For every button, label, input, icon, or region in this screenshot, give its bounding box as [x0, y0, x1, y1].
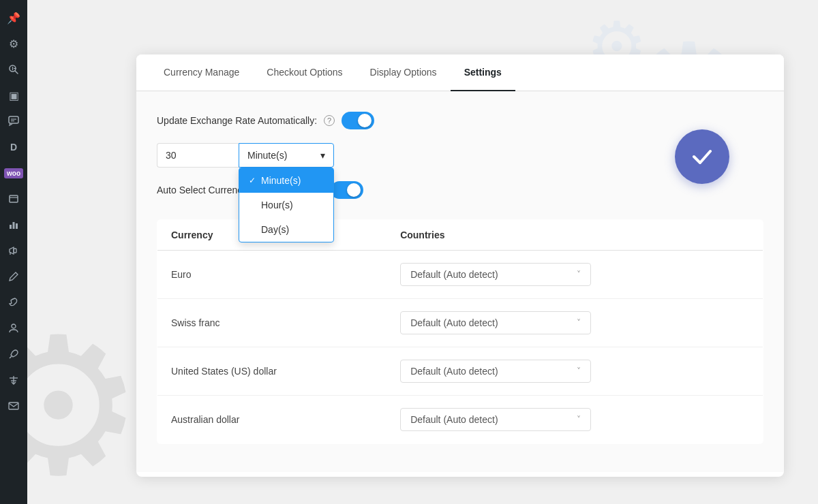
country-select-button[interactable]: Default (Auto detect)˅ [400, 408, 591, 431]
svg-rect-19 [9, 403, 18, 409]
countries-cell: Default (Auto detect)˅ [387, 347, 763, 396]
check-mark-icon: ✓ [249, 176, 256, 185]
auto-select-toggle[interactable] [331, 181, 363, 199]
currency-table: Currency Countries EuroDefault (Auto det… [157, 219, 763, 444]
table-row: Swiss francDefault (Auto detect)˅ [157, 299, 763, 347]
table-row: Australian dollarDefault (Auto detect)˅ [157, 396, 763, 444]
sidebar-pages-icon[interactable] [1, 187, 26, 211]
exchange-rate-label: Update Exchange Rate Automatically: [157, 115, 317, 126]
countries-cell: Default (Auto detect)˅ [387, 251, 763, 299]
currency-cell: Euro [157, 251, 387, 299]
currency-cell: Australian dollar [157, 396, 387, 444]
currency-cell: Swiss franc [157, 299, 387, 347]
svg-point-14 [12, 324, 16, 328]
chevron-down-icon: ▾ [320, 150, 325, 161]
interval-unit-label: Minute(s) [247, 150, 287, 161]
currency-cell: United States (US) dollar [157, 347, 387, 396]
chevron-down-icon: ˅ [577, 318, 581, 328]
sidebar-layers-icon[interactable]: ▣ [1, 83, 26, 108]
dropdown-label-days: Day(s) [261, 224, 289, 235]
tab-bar: Currency Manage Checkout Options Display… [136, 54, 784, 91]
sidebar-pencil-icon[interactable] [1, 264, 26, 289]
interval-unit-button[interactable]: Minute(s) ▾ [239, 143, 334, 168]
check-icon [688, 143, 716, 170]
sidebar-tools-icon[interactable] [1, 290, 26, 315]
sidebar-chart-icon[interactable] [1, 212, 26, 237]
currency-table-body: EuroDefault (Auto detect)˅Swiss francDef… [157, 251, 763, 444]
interval-row: Minute(s) ▾ ✓ Minute(s) ✓ Hour(s) ✓ [157, 143, 763, 168]
sidebar-user-icon[interactable] [1, 316, 26, 341]
interval-select-wrapper: Minute(s) ▾ ✓ Minute(s) ✓ Hour(s) ✓ [239, 143, 334, 168]
svg-rect-7 [10, 195, 18, 202]
col-header-countries: Countries [387, 220, 763, 251]
country-select-label: Default (Auto detect) [410, 317, 498, 328]
chevron-down-icon: ˅ [577, 270, 581, 279]
interval-dropdown: ✓ Minute(s) ✓ Hour(s) ✓ Day(s) [239, 168, 334, 242]
tab-checkout-options[interactable]: Checkout Options [253, 54, 356, 91]
country-select-label: Default (Auto detect) [410, 269, 498, 280]
table-row: EuroDefault (Auto detect)˅ [157, 251, 763, 299]
country-select-button[interactable]: Default (Auto detect)˅ [400, 311, 591, 334]
countries-cell: Default (Auto detect)˅ [387, 299, 763, 347]
chevron-down-icon: ˅ [577, 415, 581, 424]
country-select-label: Default (Auto detect) [410, 366, 498, 377]
svg-line-15 [10, 356, 12, 358]
tab-settings[interactable]: Settings [451, 54, 515, 91]
sidebar-d-icon[interactable]: D [1, 135, 26, 159]
tab-currency-manage[interactable]: Currency Manage [150, 54, 253, 91]
svg-rect-12 [14, 249, 16, 253]
sidebar-woo-icon[interactable]: woo [1, 161, 26, 185]
svg-rect-9 [10, 225, 12, 229]
sidebar-wrench-icon[interactable] [1, 342, 26, 366]
sidebar-pin-icon[interactable]: 📌 [1, 5, 26, 30]
dropdown-item-hours[interactable]: ✓ Hour(s) [239, 193, 333, 217]
svg-rect-10 [13, 222, 15, 229]
sidebar-chat-icon[interactable] [1, 109, 26, 133]
sidebar-filter-icon[interactable] [1, 368, 26, 392]
svg-rect-4 [9, 116, 18, 123]
exchange-rate-row: Update Exchange Rate Automatically: ? [157, 112, 763, 129]
table-row: United States (US) dollarDefault (Auto d… [157, 347, 763, 396]
dropdown-label-hours: Hour(s) [261, 200, 293, 210]
country-select-button[interactable]: Default (Auto detect)˅ [400, 360, 591, 383]
main-panel: Currency Manage Checkout Options Display… [136, 54, 784, 477]
exchange-rate-help-icon[interactable]: ? [324, 115, 335, 126]
country-select-label: Default (Auto detect) [410, 414, 498, 425]
country-select-button[interactable]: Default (Auto detect)˅ [400, 263, 591, 286]
success-check-circle [675, 129, 729, 184]
sidebar-megaphone-icon[interactable] [1, 238, 26, 263]
svg-line-1 [15, 71, 18, 74]
tab-display-options[interactable]: Display Options [357, 54, 451, 91]
exchange-rate-toggle[interactable] [342, 112, 374, 129]
interval-input[interactable] [157, 143, 239, 168]
sidebar: 📌 ⚙ ▣ D woo [0, 0, 136, 504]
sidebar-gear-icon[interactable]: ⚙ [1, 31, 26, 56]
countries-cell: Default (Auto detect)˅ [387, 396, 763, 444]
dropdown-item-days[interactable]: ✓ Day(s) [239, 217, 333, 242]
sidebar-icon-list: 📌 ⚙ ▣ D woo [0, 0, 27, 504]
sidebar-search-icon[interactable] [1, 57, 26, 82]
svg-rect-11 [16, 223, 18, 229]
sidebar-mail-icon[interactable] [1, 394, 26, 418]
dropdown-label-minutes: Minute(s) [261, 175, 301, 186]
dropdown-item-minutes[interactable]: ✓ Minute(s) [239, 168, 333, 193]
chevron-down-icon: ˅ [577, 366, 581, 376]
